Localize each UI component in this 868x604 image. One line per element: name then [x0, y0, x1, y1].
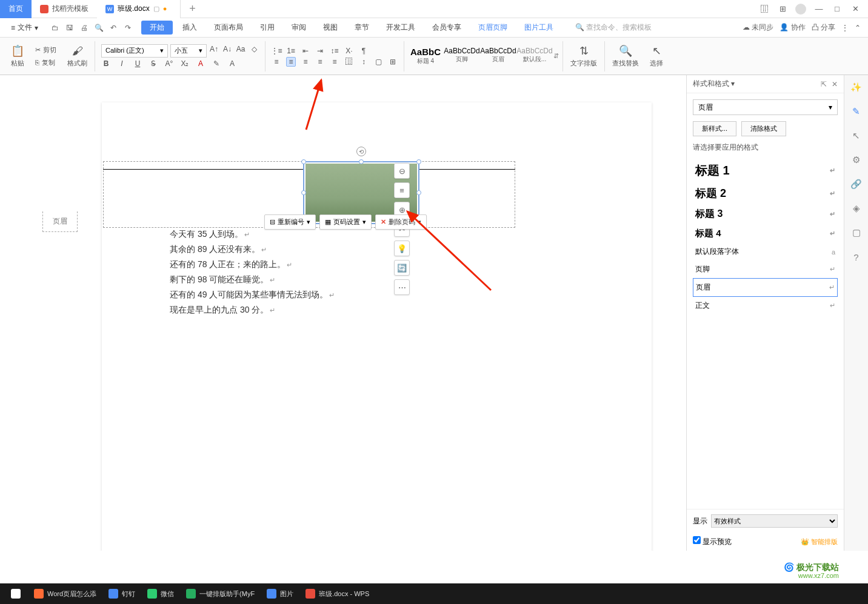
- rail-help-icon[interactable]: ?: [850, 251, 863, 263]
- paste-button[interactable]: 📋粘贴: [7, 44, 28, 68]
- qat-save-icon[interactable]: 🖫: [65, 23, 75, 33]
- tab-view-icon[interactable]: ▢: [153, 5, 159, 13]
- taskbar-item[interactable]: 钉钉: [102, 585, 141, 603]
- pin-icon[interactable]: ⇱: [821, 80, 827, 88]
- shading-button[interactable]: ▢: [373, 57, 383, 67]
- align-center-button[interactable]: ≡: [286, 57, 296, 67]
- layout-icon[interactable]: ⿲: [759, 4, 770, 15]
- menu-header-footer[interactable]: 页眉页脚: [471, 22, 515, 33]
- rotate-handle[interactable]: ⟲: [356, 147, 366, 156]
- taskbar-item[interactable]: 一键排版助手(MyF: [180, 585, 261, 603]
- style-item[interactable]: 标题 4↵: [693, 224, 838, 243]
- style-footer[interactable]: AaBbCcDd页脚: [444, 45, 479, 67]
- align-justify-button[interactable]: ≡: [315, 57, 325, 67]
- qat-open-icon[interactable]: 🗀: [50, 23, 60, 33]
- style-item[interactable]: 标题 1↵: [693, 159, 838, 182]
- select-button[interactable]: ↖选择: [646, 44, 667, 68]
- close-button[interactable]: ✕: [850, 4, 861, 15]
- showmarks-button[interactable]: ¶: [359, 46, 369, 56]
- reset-button[interactable]: 🔄: [394, 260, 410, 276]
- show-select[interactable]: 有效样式: [711, 514, 838, 528]
- qat-undo-icon[interactable]: ↶: [109, 23, 118, 33]
- close-panel-icon[interactable]: ✕: [832, 80, 838, 88]
- menu-chapter[interactable]: 章节: [347, 22, 376, 33]
- textdir-button[interactable]: ↕: [359, 57, 369, 67]
- font-select[interactable]: Calibri (正文)▾: [101, 44, 168, 58]
- borders-button[interactable]: ⊞: [388, 57, 398, 67]
- text-layout-button[interactable]: ⇅文字排版: [567, 44, 601, 68]
- rail-present-icon[interactable]: ▢: [850, 227, 863, 239]
- taskbar-item[interactable]: 班级.docx - WPS: [299, 585, 375, 603]
- tab-home[interactable]: 首页: [0, 0, 32, 18]
- menu-dev[interactable]: 开发工具: [379, 22, 422, 33]
- textfx-button[interactable]: X₂: [180, 59, 190, 68]
- menu-insert[interactable]: 插入: [175, 22, 204, 33]
- resize-handle[interactable]: [416, 159, 421, 164]
- style-item[interactable]: 标题 3↵: [693, 204, 838, 224]
- shrink-font-icon[interactable]: A↓: [222, 44, 232, 54]
- tab-template[interactable]: 找稻壳模板: [32, 0, 97, 18]
- command-search[interactable]: 🔍 查找命令、搜索模板: [563, 22, 740, 33]
- menu-layout[interactable]: 页面布局: [207, 22, 250, 33]
- menu-review[interactable]: 审阅: [284, 22, 313, 33]
- menu-picture-tools[interactable]: 图片工具: [517, 22, 561, 33]
- style-default[interactable]: AaBbCcDd默认段...: [517, 45, 552, 67]
- indent-button[interactable]: ⇥: [315, 46, 325, 56]
- layout-options-button[interactable]: ≡: [394, 182, 410, 198]
- taskbar-item[interactable]: Word页眉怎么添: [28, 585, 102, 603]
- numbering-button[interactable]: 1≡: [286, 46, 296, 56]
- rail-ai-icon[interactable]: ✨: [850, 81, 863, 93]
- taskbar-item[interactable]: 图片: [261, 585, 299, 603]
- style-item[interactable]: 标题 2↵: [693, 182, 838, 204]
- fontcolor-button[interactable]: A: [196, 59, 205, 68]
- rail-location-icon[interactable]: ◈: [850, 202, 863, 214]
- resize-handle[interactable]: [416, 190, 421, 195]
- collab-button[interactable]: 👤 协作: [780, 22, 805, 33]
- zoom-out-button[interactable]: ⊖: [394, 163, 410, 179]
- fontsize-select[interactable]: 小五▾: [170, 44, 207, 58]
- bullets-button[interactable]: ⋮≡: [272, 46, 281, 56]
- resize-handle[interactable]: [301, 159, 306, 164]
- style-item[interactable]: 默认段落字体a: [693, 243, 838, 261]
- file-menu[interactable]: ≡ 文件 ▾: [7, 22, 42, 33]
- style-more-icon[interactable]: ⇵: [553, 52, 559, 60]
- rail-settings-icon[interactable]: ⚙: [850, 154, 863, 166]
- new-style-button[interactable]: 新样式...: [693, 121, 736, 136]
- find-replace-button[interactable]: 🔍查找替换: [609, 44, 643, 68]
- cut-button[interactable]: ✂ 剪切: [34, 44, 58, 56]
- copy-button[interactable]: ⎘ 复制: [34, 57, 58, 68]
- menu-ref[interactable]: 引用: [253, 22, 282, 33]
- rail-style-icon[interactable]: ✎: [850, 105, 863, 118]
- qat-preview-icon[interactable]: 🔍: [94, 23, 104, 33]
- style-header[interactable]: AaBbCcDd页眉: [481, 45, 516, 67]
- change-case-icon[interactable]: Aa: [236, 44, 245, 54]
- highlight-button[interactable]: ✎: [212, 59, 221, 68]
- menu-start[interactable]: 开始: [141, 21, 173, 35]
- menu-member[interactable]: 会员专享: [425, 22, 469, 33]
- current-style-select[interactable]: 页眉▾: [693, 99, 838, 115]
- style-heading4[interactable]: AaBbC标题 4: [408, 45, 443, 67]
- rail-select-icon[interactable]: ↖: [850, 130, 863, 142]
- align-right-button[interactable]: ≡: [301, 57, 310, 67]
- style-item[interactable]: 正文↵: [693, 297, 838, 314]
- preview-checkbox[interactable]: 显示预览: [693, 536, 732, 547]
- resize-handle[interactable]: [301, 190, 306, 195]
- minimize-button[interactable]: —: [813, 4, 824, 15]
- taskbar-start[interactable]: [5, 585, 27, 603]
- grow-font-icon[interactable]: A↑: [209, 44, 219, 54]
- format-painter[interactable]: 🖌格式刷: [64, 45, 91, 68]
- document-body[interactable]: 今天有 35 人到场。 其余的 89 人还没有来。 还有的 78 人正在；来的路…: [170, 227, 335, 317]
- more-icon[interactable]: ⋮: [841, 24, 849, 32]
- bold-button[interactable]: B: [101, 59, 111, 68]
- resize-handle[interactable]: [359, 159, 364, 164]
- apps-icon[interactable]: ⊞: [777, 4, 788, 15]
- italic-button[interactable]: I: [117, 59, 127, 68]
- delete-pagenum-button[interactable]: ✕删除页码 ▾: [375, 214, 427, 230]
- rail-link-icon[interactable]: 🔗: [850, 178, 863, 190]
- charfx-button[interactable]: A: [227, 59, 237, 68]
- more-options-button[interactable]: ⋯: [394, 279, 410, 295]
- style-item[interactable]: 页眉↵: [693, 278, 838, 297]
- tab-add[interactable]: +: [181, 2, 204, 15]
- share-button[interactable]: 凸 分享: [812, 22, 835, 33]
- collapse-ribbon-icon[interactable]: ⌃: [855, 24, 861, 32]
